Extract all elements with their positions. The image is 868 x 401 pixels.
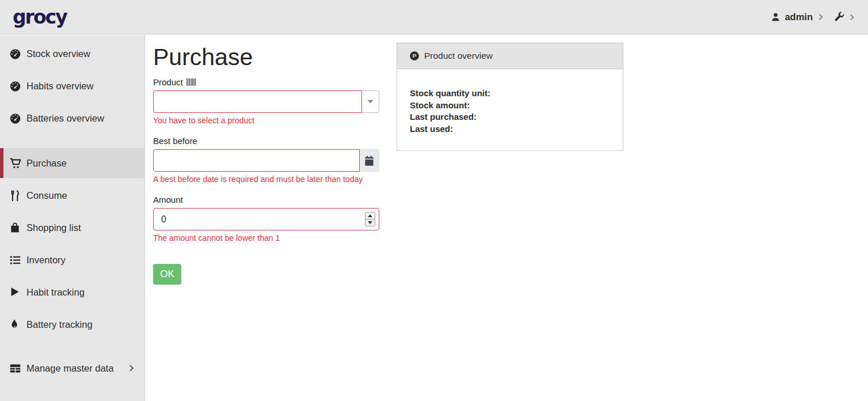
chevron-right-icon [127,364,135,372]
sidebar-item-inventory[interactable]: Inventory [0,245,144,275]
sidebar-item-label: Stock overview [26,48,90,59]
product-dropdown-button[interactable] [362,90,379,113]
navbar-right: admin [771,12,855,22]
sidebar-item-manage-master-data[interactable]: Manage master data [0,353,144,383]
product-error: You have to select a product [153,116,379,125]
svg-text:P: P [413,52,417,59]
sidebar-item-purchase[interactable]: Purchase [0,148,144,178]
ok-button[interactable]: OK [153,264,181,285]
sidebar-item-habits-overview[interactable]: Habits overview [0,71,144,101]
utensils-icon [9,190,21,202]
sidebar-item-label: Shopping list [26,222,81,233]
sidebar-item-label: Habit tracking [26,287,85,298]
list-icon [9,254,21,266]
user-icon [771,12,781,22]
sidebar-item-stock-overview[interactable]: Stock overview [0,39,144,69]
gauge-icon [9,48,21,60]
wrench-icon [833,12,844,22]
sidebar-item-label: Consume [26,190,67,201]
brand-logo[interactable]: grocy [13,7,67,27]
gauge-icon [9,112,21,124]
product-overview-body: Stock quantity unit: Stock amount: Last … [397,69,623,150]
user-name: admin [785,12,813,22]
product-overview-header: P Product overview [397,43,623,69]
product-overview-card: P Product overview Stock quantity unit: … [397,43,623,151]
sidebar-item-label: Purchase [26,158,67,169]
user-menu[interactable]: admin [771,12,824,22]
chevron-right-icon [817,13,824,21]
top-navbar: grocy admin [0,0,868,35]
sidebar-item-habit-tracking[interactable]: Habit tracking [0,277,144,307]
product-input[interactable] [153,90,362,113]
calendar-icon [364,156,374,166]
sidebar-item-consume[interactable]: Consume [0,180,144,210]
best-before-field-group: Best before A best before date is requir… [153,136,379,184]
sidebar-item-label: Inventory [26,255,66,266]
sidebar-item-label: Battery tracking [26,319,93,330]
product-overview-title: Product overview [424,51,493,61]
product-label: Product [153,77,183,87]
cart-icon [9,157,21,169]
play-icon [9,286,21,298]
amount-error: The amount cannot be lower than 1 [153,233,379,243]
sidebar-item-label: Manage master data [26,363,113,374]
shopping-bag-icon [9,222,21,234]
barcode-icon [186,78,196,86]
sidebar-item-label: Batteries overview [26,113,104,124]
amount-stepper[interactable] [365,212,375,226]
sidebar-item-shopping-list[interactable]: Shopping list [0,213,144,243]
sidebar-item-battery-tracking[interactable]: Battery tracking [0,309,144,339]
stock-amount-label: Stock amount: [410,100,610,112]
sidebar-item-batteries-overview[interactable]: Batteries overview [0,103,144,133]
amount-input[interactable] [153,208,379,230]
sidebar-nav: Stock overview Habits overview Batteries… [0,35,145,401]
best-before-error: A best before date is required and must … [153,175,379,184]
caret-down-icon [367,100,374,104]
product-hunt-icon: P [409,51,420,61]
last-used-label: Last used: [410,123,610,135]
table-icon [9,362,21,374]
chevron-right-icon [848,14,855,21]
amount-field-group: Amount The amount cannot be lower than 1 [153,195,379,243]
sidebar-item-label: Habits overview [26,81,93,92]
droplet-icon [9,319,21,331]
calendar-button[interactable] [360,149,380,172]
product-field-group: Product You have to select a product [153,77,379,125]
last-purchased-label: Last purchased: [410,111,610,123]
stock-quantity-unit-label: Stock quantity unit: [410,88,610,100]
stepper-up-icon[interactable] [366,213,375,220]
best-before-label: Best before [153,136,379,146]
stepper-down-icon[interactable] [366,220,375,226]
main-content: Purchase Product You have to select a pr… [146,35,868,401]
best-before-input[interactable] [153,149,360,172]
purchase-form: Product You have to select a product Bes… [153,77,379,285]
settings-menu[interactable] [833,12,855,22]
gauge-icon [9,80,21,92]
amount-label: Amount [153,195,379,205]
